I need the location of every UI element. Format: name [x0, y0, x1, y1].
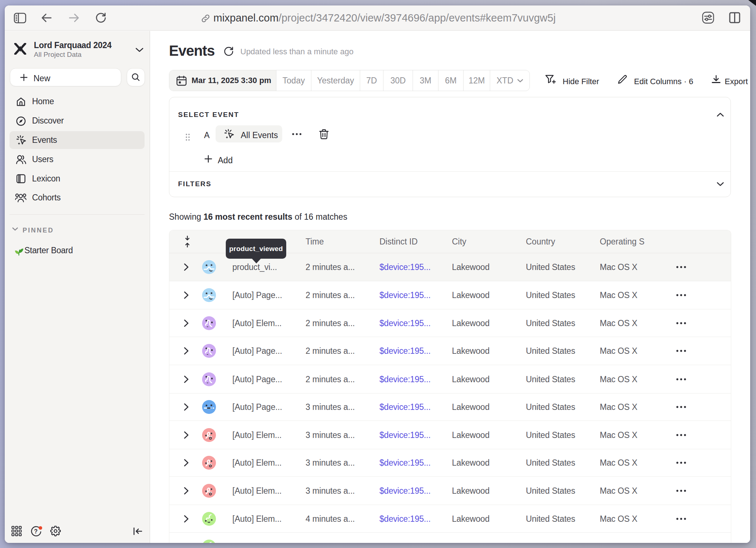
svg-text:?: ?: [34, 528, 38, 535]
